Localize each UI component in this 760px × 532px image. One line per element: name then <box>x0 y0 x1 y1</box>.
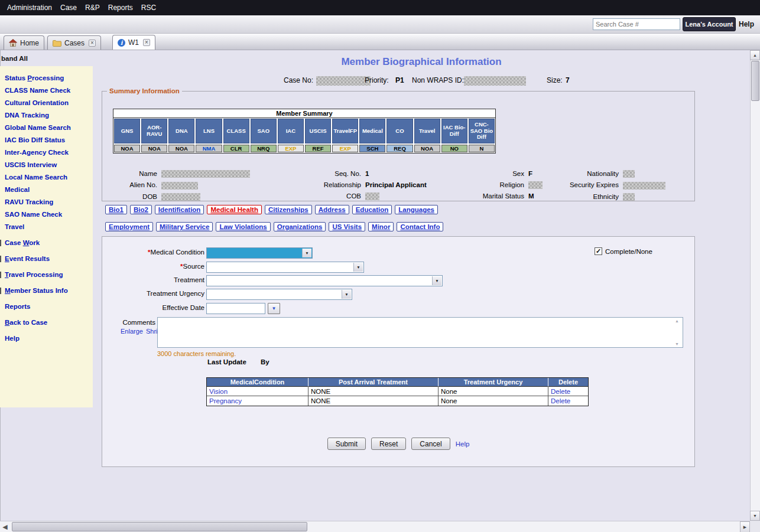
sidebar-nav: Status ProcessingCLASS Name CheckCultura… <box>0 66 93 407</box>
summary-col-gns: GNS <box>114 119 140 143</box>
effective-date-input[interactable] <box>206 303 265 314</box>
subtab-address[interactable]: Address <box>315 205 349 214</box>
medical-conditions-table: MedicalConditionPost Arrival TreatmentTr… <box>206 377 589 406</box>
scroll-left-button[interactable]: ◀ <box>0 521 10 532</box>
page-title: Member Biographical Information <box>93 56 750 68</box>
horizontal-scrollbar[interactable]: ◀ ▶ <box>0 521 750 532</box>
sidebar-item-event-results[interactable]: Event Results <box>0 255 93 262</box>
sidebar-item-medical[interactable]: Medical <box>0 186 93 193</box>
subtab-us-visits[interactable]: US Visits <box>329 222 365 231</box>
redacted-value <box>623 170 635 178</box>
scroll-up-button[interactable]: ▲ <box>750 50 760 60</box>
subtab-law-violations[interactable]: Law Violations <box>216 222 270 231</box>
summary-col-class: CLASS <box>223 119 249 143</box>
sidebar-item-travel[interactable]: Travel <box>0 223 93 230</box>
search-input[interactable] <box>593 18 680 30</box>
sidebar-item-uscis-interview[interactable]: USCIS Interview <box>0 161 93 168</box>
subtab-bio2[interactable]: Bio2 <box>130 205 152 214</box>
effective-date-row: Effective Date ▼ <box>102 303 694 314</box>
subtab-languages[interactable]: Languages <box>395 205 438 214</box>
sidebar-item-iac-bio-diff-status[interactable]: IAC Bio Diff Status <box>0 136 93 143</box>
subtab-citizenships[interactable]: Citizenships <box>265 205 312 214</box>
sidebar-item-case-work[interactable]: Case Work <box>0 239 93 246</box>
redacted-value <box>623 182 665 190</box>
menu-rsc[interactable]: RSC <box>141 4 156 12</box>
tab-cases[interactable]: Cases× <box>47 35 101 50</box>
sidebar-item-dna-tracking[interactable]: DNA Tracking <box>0 112 93 119</box>
help-link[interactable]: Help <box>456 440 470 448</box>
subtab-bio1[interactable]: Bio1 <box>105 205 127 214</box>
account-button[interactable]: Lena's Account <box>683 17 736 31</box>
submit-button[interactable]: Submit <box>327 438 366 450</box>
treatment-select[interactable]: ▼ <box>206 275 443 286</box>
detail-value-seq-no: 1 <box>365 169 427 178</box>
subtab-education[interactable]: Education <box>352 205 392 214</box>
help-menu[interactable]: Help <box>739 20 754 28</box>
close-icon[interactable]: × <box>143 39 150 46</box>
subtab-identification[interactable]: Identification <box>155 205 204 214</box>
summary-col-travel: Travel <box>414 119 440 143</box>
calendar-dropdown-button[interactable]: ▼ <box>268 303 280 314</box>
detail-value-ethnicity <box>623 192 665 201</box>
sidebar-item-sao-name-check[interactable]: SAO Name Check <box>0 211 93 218</box>
sidebar-item-travel-processing[interactable]: Travel Processing <box>0 271 93 278</box>
menu-case[interactable]: Case <box>60 4 77 12</box>
close-icon[interactable]: × <box>89 40 96 47</box>
condition-link[interactable]: Vision <box>209 388 228 395</box>
detail-column: SexFReligionMarital StatusM <box>469 169 543 200</box>
non-wraps-id-label: Non WRAPS ID: <box>412 76 464 84</box>
sidebar-item-back-to-case[interactable]: Back to Case <box>0 319 93 326</box>
sidebar-item-local-name-search[interactable]: Local Name Search <box>0 174 93 181</box>
sidebar-item-help[interactable]: Help <box>0 335 93 342</box>
sidebar-item-status-processing[interactable]: Status Processing <box>0 74 93 81</box>
medical-condition-select[interactable]: ▼ <box>206 247 313 259</box>
scroll-down-button[interactable]: ▼ <box>750 511 760 521</box>
sidebar-item-ravu-tracking[interactable]: RAVU Tracking <box>0 198 93 205</box>
sidebar-item-global-name-search[interactable]: Global Name Search <box>0 124 93 131</box>
sidebar-item-reports[interactable]: Reports <box>0 303 93 310</box>
horizontal-scroll-thumb[interactable] <box>12 522 307 531</box>
subtab-row-1: Bio1Bio2IdentificationMedical HealthCiti… <box>105 205 441 214</box>
subtab-minor[interactable]: Minor <box>368 222 394 231</box>
expand-all-control[interactable]: band All <box>1 55 28 62</box>
treatment-urgency-select[interactable]: ▼ <box>206 289 352 300</box>
last-update-label: Last Update <box>207 358 246 365</box>
scroll-right-button[interactable]: ▶ <box>740 521 750 532</box>
delete-link[interactable]: Delete <box>551 388 570 395</box>
subtab-medical-health[interactable]: Medical Health <box>207 205 262 214</box>
menu-administration[interactable]: Administration <box>7 4 52 12</box>
reset-button[interactable]: Reset <box>371 438 406 450</box>
source-select[interactable]: ▼ <box>206 262 364 273</box>
enlarge-link[interactable]: Enlarge <box>121 328 143 335</box>
sidebar-item-class-name-check[interactable]: CLASS Name Check <box>0 87 93 94</box>
subtab-military-service[interactable]: Military Service <box>156 222 213 231</box>
menu-reports[interactable]: Reports <box>108 4 133 12</box>
vertical-scroll-thumb[interactable] <box>751 61 759 101</box>
sidebar-item-inter-agency-check[interactable]: Inter-Agency Check <box>0 149 93 156</box>
cancel-button[interactable]: Cancel <box>411 438 450 450</box>
column-header-treatment-urgency: Treatment Urgency <box>439 378 548 387</box>
menu-r-p[interactable]: R&P <box>85 4 100 12</box>
tab-w1[interactable]: iW1× <box>112 35 155 50</box>
sidebar-item-cultural-orientation[interactable]: Cultural Orientation <box>0 99 93 106</box>
chars-remaining-text: 3000 characters remaining. <box>157 350 236 357</box>
delete-link[interactable]: Delete <box>551 397 570 404</box>
case-no-label: Case No: <box>284 76 313 84</box>
subtab-employment[interactable]: Employment <box>105 222 153 231</box>
tab-home[interactable]: Home <box>4 35 44 50</box>
medical-health-form: ✓ Complete/None *Medical Condition ▼ *So… <box>102 236 695 467</box>
subtab-contact-info[interactable]: Contact Info <box>397 222 443 231</box>
redacted-value <box>365 192 379 200</box>
status-badge-gns: NOA <box>114 145 140 152</box>
menu-items: AdministrationCaseR&PReportsRSC <box>7 4 156 12</box>
comments-textarea[interactable] <box>157 317 683 348</box>
sidebar-item-member-status-info[interactable]: Member Status Info <box>0 287 93 294</box>
subtab-organizations[interactable]: Organizations <box>274 222 326 231</box>
detail-value-dob <box>161 192 250 201</box>
summary-col-travelfp: TravelFP <box>332 119 358 143</box>
summary-information-fieldset: Summary Information Member Summary GNSAO… <box>102 87 695 201</box>
vertical-scrollbar[interactable]: ▲ ▼ <box>750 50 760 521</box>
size-label: Size: <box>547 76 563 84</box>
condition-link[interactable]: Pregnancy <box>209 397 242 404</box>
summary-col-lns: LNS <box>196 119 222 143</box>
